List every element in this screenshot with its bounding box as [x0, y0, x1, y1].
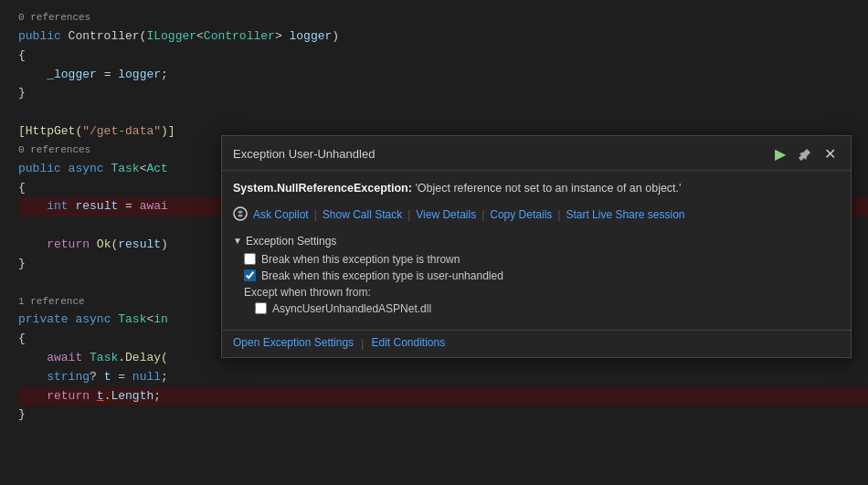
continue-button[interactable]: ▶ — [771, 143, 789, 164]
ask-copilot-link[interactable]: Ask Copilot — [253, 208, 309, 221]
exception-message: System.NullReferenceException: 'Object r… — [233, 180, 840, 197]
code-line: { — [18, 47, 868, 66]
checkbox-row-thrown: Break when this exception type is thrown — [244, 253, 840, 266]
popup-title: Exception User-Unhandled — [233, 147, 375, 161]
exception-type: System.NullReferenceException: — [233, 182, 412, 195]
pin-button[interactable] — [795, 146, 815, 163]
unhandled-checkbox[interactable] — [244, 269, 256, 281]
ref-text: 0 references — [18, 10, 90, 26]
except-when-label: Except when thrown from: — [244, 286, 840, 299]
edit-conditions-link[interactable]: Edit Conditions — [371, 336, 445, 349]
code-line: } — [18, 84, 868, 103]
popup-footer: Open Exception Settings | Edit Condition… — [222, 330, 851, 357]
settings-title: ▼ Exception Settings — [233, 235, 840, 248]
close-button[interactable]: ✕ — [820, 143, 840, 164]
dll-label: AsyncUserUnhandledASPNet.dll — [272, 302, 431, 315]
copilot-icon — [233, 206, 248, 224]
dll-checkbox[interactable] — [255, 302, 267, 314]
popup-header: Exception User-Unhandled ▶ ✕ — [222, 136, 851, 171]
copy-details-link[interactable]: Copy Details — [490, 208, 552, 221]
view-details-link[interactable]: View Details — [416, 208, 476, 221]
ref-text: 0 references — [18, 142, 90, 159]
code-line-error: return t.Length; — [18, 387, 868, 406]
checkbox-row-unhandled: Break when this exception type is user-u… — [244, 269, 840, 282]
unhandled-label: Break when this exception type is user-u… — [261, 269, 503, 282]
code-line: string? t = null; — [18, 368, 868, 387]
thrown-label: Break when this exception type is thrown — [261, 253, 460, 266]
dll-row: AsyncUserUnhandledASPNet.dll — [255, 302, 840, 315]
thrown-checkbox[interactable] — [244, 253, 256, 265]
exception-text: 'Object reference not set to an instance… — [415, 182, 681, 195]
code-line: 0 references — [18, 9, 868, 27]
code-line: public Controller(ILogger<Controller> lo… — [18, 27, 868, 47]
live-share-link[interactable]: Start Live Share session — [566, 208, 684, 221]
exception-links: Ask Copilot | Show Call Stack | View Det… — [233, 206, 840, 224]
triangle-icon: ▼ — [233, 236, 242, 246]
svg-point-0 — [234, 207, 247, 220]
popup-action-buttons: ▶ ✕ — [771, 143, 840, 164]
exception-settings: ▼ Exception Settings Break when this exc… — [233, 235, 840, 315]
code-line: } — [18, 406, 868, 425]
open-exception-settings-link[interactable]: Open Exception Settings — [233, 336, 354, 349]
popup-body: System.NullReferenceException: 'Object r… — [222, 171, 851, 330]
show-call-stack-link[interactable]: Show Call Stack — [323, 208, 402, 221]
code-line: _logger = logger; — [18, 66, 868, 85]
ref-text: 1 reference — [18, 294, 85, 311]
code-line — [18, 103, 868, 122]
exception-popup: Exception User-Unhandled ▶ ✕ System.Null… — [221, 135, 852, 358]
